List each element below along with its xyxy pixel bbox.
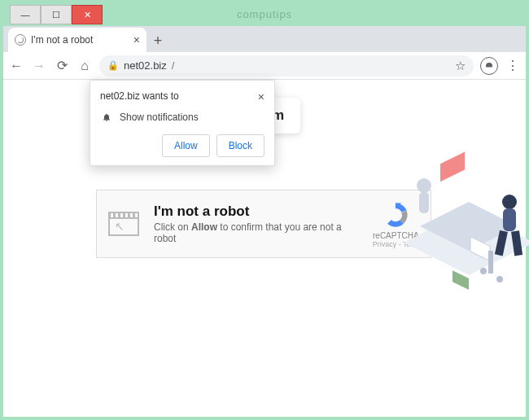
lock-icon: 🔒 [107,60,119,71]
tab-title: I'm not a robot [31,34,93,46]
forward-icon: → [31,58,47,74]
bell-icon [102,112,111,122]
tab-strip: I'm not a robot × + [3,26,526,52]
svg-rect-8 [503,208,516,231]
window-close-button[interactable]: ✕ [72,5,103,24]
globe-icon [15,34,26,46]
titlebar-watermark: computips [237,8,292,20]
svg-point-11 [480,268,487,274]
url-path: / [172,59,175,72]
captcha-card: I'm not a robot Click on Allow to confir… [96,190,431,258]
notification-origin: net02.biz wants to [100,90,179,102]
page-content: to confirm net02.biz wants to × Show not… [3,80,526,417]
svg-point-12 [496,276,503,282]
browser-toolbar: ← → ⟳ ⌂ 🔒 net02.biz/ ☆ ⋮ [3,52,526,80]
captcha-title: I'm not a robot [154,203,358,220]
new-tab-button[interactable]: + [146,29,169,52]
bookmark-star-icon[interactable]: ☆ [455,59,466,73]
window-minimize-button[interactable]: — [10,5,41,24]
svg-point-5 [417,178,431,193]
svg-rect-13 [488,251,493,273]
svg-rect-3 [440,152,465,182]
notification-permission-label: Show notifications [120,112,199,123]
profile-icon[interactable] [480,57,498,75]
captcha-text: I'm not a robot Click on Allow to confir… [154,203,358,244]
notification-permission-popup: net02.biz wants to × Show notifications … [90,80,275,166]
captcha-subtitle: Click on Allow to confirm that you are n… [154,221,358,244]
block-button[interactable]: Block [216,134,264,157]
close-icon[interactable]: × [258,90,264,103]
allow-button[interactable]: Allow [162,134,210,157]
back-icon[interactable]: ← [8,58,24,74]
reload-icon[interactable]: ⟳ [54,58,70,74]
home-icon[interactable]: ⌂ [77,58,93,74]
browser-tab[interactable]: I'm not a robot × [8,28,146,52]
svg-rect-6 [419,192,429,213]
address-bar[interactable]: 🔒 net02.biz/ ☆ [99,55,474,77]
svg-point-7 [502,195,517,209]
window-maximize-button[interactable]: ☐ [41,5,72,24]
window-controls: — ☐ ✕ [10,5,103,24]
window-titlebar: computips — ☐ ✕ [3,3,526,26]
window-glyph-icon [108,212,139,236]
office-illustration [396,137,529,300]
browser-window: computips — ☐ ✕ I'm not a robot × + ← → … [3,3,526,417]
close-icon[interactable]: × [133,33,140,46]
url-domain: net02.biz [124,59,167,72]
menu-icon[interactable]: ⋮ [505,58,521,74]
